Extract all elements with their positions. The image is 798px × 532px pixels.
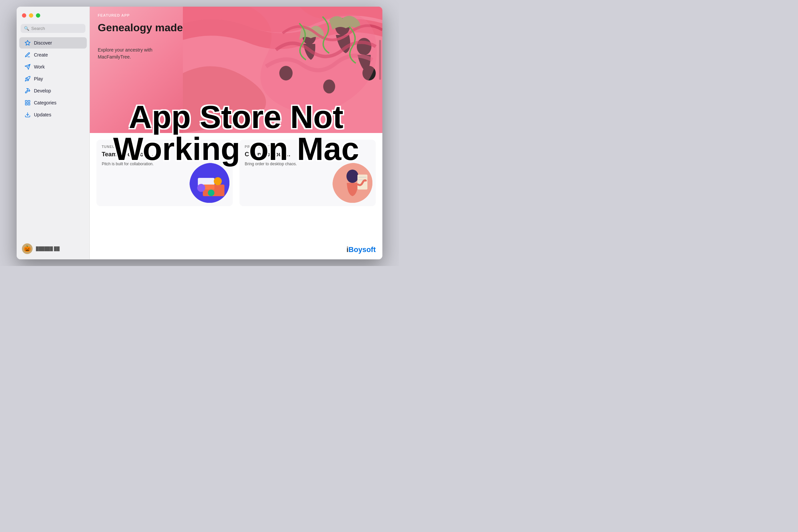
sidebar-item-categories[interactable]: Categories (19, 97, 87, 108)
svg-rect-6 (25, 103, 27, 105)
watermark-brand: Boysoft (348, 245, 376, 254)
pitch-illustration (190, 163, 229, 203)
svg-rect-3 (25, 100, 27, 102)
featured-badge: FEATURED APP (98, 13, 130, 17)
close-button[interactable] (22, 13, 26, 18)
watermark: iBoysoft (346, 245, 376, 254)
sidebar-label-work: Work (34, 64, 44, 70)
card-1-title: Team up on your… (102, 151, 227, 158)
card-2[interactable]: PRODUCTIVITY Clean up your… Bring order … (240, 140, 376, 206)
main-content: FEATURED APP Genealogy made easy Explore… (90, 7, 382, 259)
sidebar-bottom: 🎃 ██████ ██ (17, 238, 90, 259)
search-icon: 🔍 (24, 26, 29, 31)
app-window: 🔍 Search Discover Create (17, 7, 382, 259)
sidebar: 🔍 Search Discover Create (17, 7, 90, 259)
rocket-icon (25, 76, 31, 82)
card-1-image (190, 163, 229, 203)
svg-rect-5 (28, 103, 30, 105)
sidebar-label-categories: Categories (34, 100, 57, 106)
pencil-icon (25, 52, 31, 58)
card-2-badge: PRODUCTIVITY (245, 145, 370, 149)
star-icon (25, 40, 31, 46)
featured-banner: FEATURED APP Genealogy made easy Explore… (90, 7, 382, 133)
hammer-icon (25, 88, 31, 94)
arrow-down-icon (25, 112, 31, 118)
cards-area: TUNEUP Team up on your… Pitch is built f… (90, 133, 382, 213)
featured-description: Explore your ancestry with MacFamilyTree… (98, 46, 164, 60)
titlebar (17, 7, 90, 24)
card-1[interactable]: TUNEUP Team up on your… Pitch is built f… (96, 140, 233, 206)
svg-point-18 (197, 184, 205, 192)
sidebar-label-develop: Develop (34, 88, 51, 93)
sidebar-item-work[interactable]: Work (19, 61, 87, 73)
user-name: ██████ ██ (36, 246, 59, 251)
sidebar-item-play[interactable]: Play (19, 73, 87, 84)
scrollbar[interactable] (379, 40, 381, 80)
svg-rect-4 (28, 100, 30, 102)
svg-marker-0 (25, 41, 30, 45)
svg-point-22 (346, 170, 358, 183)
sidebar-item-develop[interactable]: Develop (19, 85, 87, 96)
cleanup-illustration (332, 163, 373, 203)
paper-plane-icon (25, 64, 31, 70)
grid-icon (25, 100, 31, 106)
sidebar-item-updates[interactable]: Updates (19, 109, 87, 120)
minimize-button[interactable] (29, 13, 33, 18)
sidebar-item-create[interactable]: Create (19, 49, 87, 60)
sidebar-item-discover[interactable]: Discover (19, 37, 87, 49)
card-2-image (332, 163, 373, 203)
search-bar[interactable]: 🔍 Search (21, 24, 86, 33)
card-1-badge: TUNEUP (102, 145, 227, 149)
svg-point-20 (208, 190, 214, 196)
avatar: 🎃 (22, 243, 33, 254)
sidebar-label-discover: Discover (34, 40, 52, 45)
card-2-title: Clean up your… (245, 151, 370, 158)
svg-point-19 (214, 177, 222, 185)
sidebar-label-create: Create (34, 52, 48, 58)
sidebar-label-play: Play (34, 76, 43, 81)
search-placeholder: Search (31, 26, 45, 31)
featured-art (183, 7, 382, 133)
sidebar-label-updates: Updates (34, 112, 51, 117)
maximize-button[interactable] (36, 13, 40, 18)
